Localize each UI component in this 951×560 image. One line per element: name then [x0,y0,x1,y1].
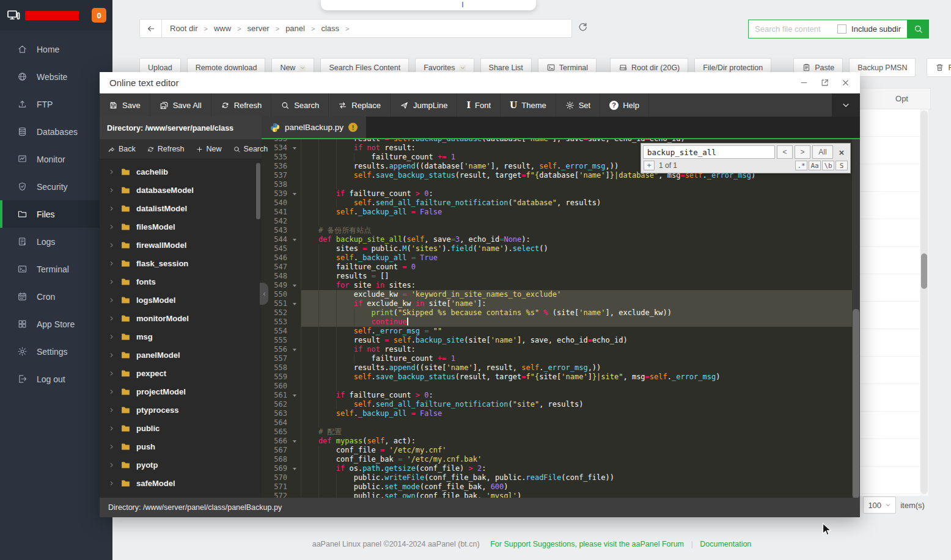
tab-panelbackup-py[interactable]: panelBackup.py ! [262,117,366,138]
breadcrumb-item[interactable]: class [321,24,339,33]
close-icon[interactable] [841,78,850,87]
tree-item-safe-warning[interactable]: safe_warning [100,492,262,498]
chevron-right-icon[interactable] [108,260,115,267]
code-line-text[interactable]: exclude_kw = 'keyword_in_site_names_to_e… [301,290,860,299]
tree-item-ptyprocess[interactable]: ptyprocess [100,401,262,419]
search-flag-button[interactable]: Aa [809,161,821,170]
breadcrumb-item[interactable]: www [214,24,231,33]
code-line-text[interactable]: if failture_count > 0: [301,391,860,400]
refresh-path-button[interactable] [577,21,592,35]
chevron-right-icon[interactable] [108,187,115,194]
code-line-text[interactable]: # 备份所有站点 [301,226,860,235]
find-all-button[interactable]: All [812,145,833,159]
file-table-scrollbar[interactable] [920,109,928,496]
code-line-text[interactable]: sites = public.M('sites').field('name').… [301,244,860,253]
editor-toolbar-jumpline[interactable]: JumpLine [391,93,457,117]
tree-item-push[interactable]: push [100,437,262,456]
search-flag-button[interactable]: \b [822,161,834,170]
scrollbar-track-thumb[interactable] [920,111,928,494]
code-line-text[interactable]: results = [] [301,272,860,281]
chevron-right-icon[interactable] [108,333,115,340]
code-line-text[interactable]: if not result: [301,345,860,354]
notification-badge[interactable]: 0 [92,8,106,23]
sidebar-item-databases[interactable]: Databases [0,118,112,145]
sidebar-item-logs[interactable]: Logs [0,228,112,255]
code-line-text[interactable]: public.writeFile(conf_file_bak, public.r… [301,473,860,482]
code-line-text[interactable]: if exclude_kw in site['name']: [301,299,860,308]
sidebar-item-settings[interactable]: Settings [0,338,112,365]
editor-toolbar-set[interactable]: Set [556,93,601,117]
maximize-icon[interactable] [820,78,829,87]
sidebar-item-log-out[interactable]: Log out [0,365,112,393]
tree-toolbar-refresh[interactable]: Refresh [141,139,190,159]
code-line-text[interactable]: failture_count = 0 [301,263,860,272]
chevron-right-icon[interactable] [108,425,115,432]
find-previous-button[interactable]: < [777,145,793,159]
code-line-text[interactable]: def mypass(self, act): [301,437,860,446]
tree-item-databasemodel[interactable]: databaseModel [100,181,262,199]
chevron-right-icon[interactable] [108,315,115,322]
toolbar-button-recycle-bin[interactable]: Recycle bin [927,58,951,77]
toolbar-expand-button[interactable] [832,93,860,117]
collapse-tree-handle[interactable] [260,283,268,305]
code-line-text[interactable]: conf_file = '/etc/my.cnf' [301,446,860,455]
code-editor[interactable]: 533result = self.backup_database(databas… [262,139,860,498]
minimize-icon[interactable] [799,78,809,87]
editor-toolbar-replace[interactable]: Replace [329,93,391,117]
tree-item-monitormodel[interactable]: monitorModel [100,309,262,327]
back-button[interactable] [140,20,162,37]
fold-marker-icon[interactable] [293,193,296,195]
scrollbar-thumb[interactable] [921,253,927,289]
sidebar-item-files[interactable]: Files [0,200,112,228]
tree-scrollbar-thumb[interactable] [256,163,260,219]
editor-toolbar-help[interactable]: ?Help [600,93,649,117]
fold-marker-icon[interactable] [293,349,296,351]
code-line-text[interactable]: print("Skipped %s because contains %s" %… [301,308,860,318]
sidebar-item-terminal[interactable]: Terminal [0,255,112,283]
tree-toolbar-back[interactable]: Back [102,139,141,159]
code-line-text[interactable]: failture_count += 1 [301,354,860,363]
fold-marker-icon[interactable] [293,285,296,287]
tree-item-logsmodel[interactable]: logsModel [100,291,262,309]
editor-search-input[interactable] [643,145,775,159]
add-search-row-button[interactable]: + [644,161,655,170]
code-line-text[interactable]: self._error_msg = "" [301,327,860,336]
tree-item-cachelib[interactable]: cachelib [100,162,262,181]
editor-toolbar-save[interactable]: Save [100,93,150,117]
code-line-text[interactable]: for site in sites: [301,281,860,290]
chevron-right-icon[interactable] [108,278,115,285]
fold-marker-icon[interactable] [293,468,296,470]
include-subdir-checkbox[interactable] [837,24,846,34]
code-line-text[interactable]: public.set_mode(conf_file_bak, 600) [301,482,860,492]
search-flag-button[interactable]: .* [795,161,807,170]
chevron-right-icon[interactable] [108,388,115,395]
editor-toolbar-save-all[interactable]: Save All [150,93,211,117]
code-line-text[interactable]: results.append((site['name'], result, se… [301,363,860,373]
editor-scrollbar-thumb[interactable] [853,309,859,498]
tree-item-filesmodel[interactable]: filesModel [100,217,262,236]
code-line-text[interactable] [301,418,860,427]
fold-marker-icon[interactable] [293,395,296,397]
tree-item-msg[interactable]: msg [100,327,262,346]
editor-toolbar-search[interactable]: Search [271,93,329,117]
chevron-right-icon[interactable] [108,407,115,413]
sidebar-item-security[interactable]: Security [0,173,112,200]
code-line-text[interactable]: conf_file_bak = '/etc/my.cnf.bak' [301,455,860,464]
breadcrumb-item[interactable]: server [248,24,270,33]
breadcrumb-item[interactable]: Root dir [170,24,198,33]
code-line-text[interactable]: self._backup_all = False [301,208,860,217]
documentation-link[interactable]: Documentation [700,540,751,548]
code-line-text[interactable]: public.set_own(conf_file_bak, 'mysql') [301,492,860,498]
tree-toolbar-search[interactable]: Search [227,139,274,159]
sidebar-item-app-store[interactable]: App Store [0,310,112,338]
chevron-right-icon[interactable] [108,352,115,358]
code-line-text[interactable]: self.send_all_failture_notification("dat… [301,198,860,208]
tree-item-safemodel[interactable]: safeModel [100,474,262,492]
sidebar-item-website[interactable]: Website [0,63,112,90]
chevron-right-icon[interactable] [108,224,115,230]
code-line-text[interactable] [301,382,860,391]
close-search-button[interactable]: × [835,145,848,159]
code-line-text[interactable]: self._backup_all = False [301,409,860,418]
chevron-right-icon[interactable] [108,242,115,249]
editor-toolbar-font[interactable]: IFont [457,93,501,117]
